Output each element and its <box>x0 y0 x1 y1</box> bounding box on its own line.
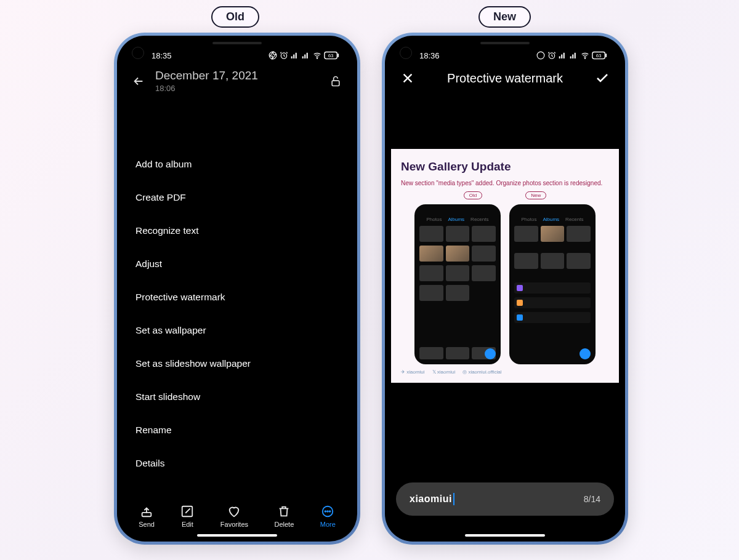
battery-icon: 63 <box>592 51 608 60</box>
watermark-header: Protective watermark <box>385 70 625 86</box>
menu-set-wallpaper[interactable]: Set as wallpaper <box>135 316 339 345</box>
speaker-slot <box>212 42 262 44</box>
label-old: Old <box>211 6 259 28</box>
status-icons: 63 <box>269 51 340 60</box>
check-icon <box>595 71 610 86</box>
menu-add-to-album[interactable]: Add to album <box>135 150 339 178</box>
edit-icon <box>180 505 194 518</box>
status-bar: 18:36 63 <box>385 48 625 63</box>
lock-button[interactable] <box>328 73 344 89</box>
menu-start-slideshow[interactable]: Start slideshow <box>135 383 339 411</box>
label-new: New <box>479 6 531 28</box>
home-indicator[interactable] <box>197 534 277 537</box>
share-icon <box>140 505 153 518</box>
home-indicator[interactable] <box>465 534 545 537</box>
mini-phone-new: PhotosAlbumsRecents <box>509 204 596 364</box>
page-title-time: 18:06 <box>155 84 319 93</box>
more-menu: Add to album Create PDF Recognize text A… <box>135 150 339 480</box>
bottom-favorites[interactable]: Favorites <box>220 505 248 528</box>
menu-details[interactable]: Details <box>135 449 339 478</box>
alarm-icon <box>280 51 288 60</box>
menu-create-pdf[interactable]: Create PDF <box>135 183 339 212</box>
battery-icon: 63 <box>324 51 340 60</box>
svg-point-13 <box>537 52 544 59</box>
menu-set-slideshow-wallpaper[interactable]: Set as slideshow wallpaper <box>135 350 339 378</box>
arrow-left-icon <box>132 74 145 88</box>
menu-protective-watermark[interactable]: Protective watermark <box>135 283 339 311</box>
signal2-icon <box>302 51 310 60</box>
preview-socials: ✈ xiaomiui 𝕏 xiaomiui ◎ xiaomiui.officia… <box>401 369 609 375</box>
svg-rect-6 <box>332 81 339 86</box>
menu-adjust[interactable]: Adjust <box>135 250 339 278</box>
bottom-delete-label: Delete <box>274 521 294 528</box>
dnd-icon <box>269 51 277 60</box>
status-time: 18:35 <box>151 51 172 60</box>
status-bar: 18:35 63 <box>117 48 357 63</box>
phone-new: 18:36 63 Protective watermark New Galler… <box>382 33 628 545</box>
back-button[interactable] <box>131 73 147 89</box>
wifi-icon <box>313 51 321 60</box>
svg-point-15 <box>584 58 585 58</box>
status-time: 18:36 <box>419 51 440 60</box>
svg-point-2 <box>317 58 317 58</box>
svg-rect-4 <box>337 54 339 57</box>
svg-rect-17 <box>605 54 607 57</box>
photo-preview[interactable]: New Gallery Update New section "media ty… <box>391 149 619 383</box>
status-icons: 63 <box>536 51 608 60</box>
svg-rect-7 <box>142 513 151 516</box>
camera-hole <box>132 47 144 59</box>
signal-icon <box>559 51 567 60</box>
wifi-icon <box>581 51 589 60</box>
svg-text:63: 63 <box>328 53 333 58</box>
trash-icon <box>277 505 291 518</box>
preview-label-new: New <box>525 191 546 199</box>
bottom-edit[interactable]: Edit <box>180 505 194 528</box>
watermark-text: xiaomiui <box>410 494 452 505</box>
bottom-more[interactable]: More <box>320 505 336 528</box>
preview-title: New Gallery Update <box>401 160 609 174</box>
watermark-char-count: 8/14 <box>584 494 600 504</box>
watermark-input[interactable]: xiaomiui 8/14 <box>396 482 614 516</box>
bottom-delete[interactable]: Delete <box>274 505 294 528</box>
text-cursor <box>453 493 454 505</box>
camera-hole <box>400 47 412 59</box>
phone-old: 18:35 63 December 17, 2021 18:06 <box>114 33 360 545</box>
page-title-date: December 17, 2021 <box>155 69 319 82</box>
signal-icon <box>291 51 299 60</box>
mini-phone-old: PhotosAlbumsRecents <box>414 204 501 364</box>
signal2-icon <box>570 51 578 60</box>
bottom-bar: Send Edit Favorites Delete More <box>117 505 357 528</box>
menu-recognize-text[interactable]: Recognize text <box>135 217 339 245</box>
heart-icon <box>227 505 241 518</box>
bottom-edit-label: Edit <box>182 521 193 528</box>
bottom-more-label: More <box>320 521 336 528</box>
alarm-icon <box>547 51 556 60</box>
preview-label-old: Old <box>464 191 482 199</box>
bottom-send[interactable]: Send <box>139 505 155 528</box>
svg-point-10 <box>325 511 326 512</box>
more-icon <box>321 505 334 518</box>
svg-point-12 <box>329 511 331 512</box>
close-icon <box>401 71 414 85</box>
preview-subtitle: New section "media types" added. Organiz… <box>401 180 609 186</box>
lock-open-icon <box>329 75 342 87</box>
menu-rename[interactable]: Rename <box>135 416 339 444</box>
dnd-icon <box>536 51 545 60</box>
close-button[interactable] <box>400 70 416 86</box>
bottom-send-label: Send <box>139 521 155 528</box>
speaker-slot <box>480 42 530 44</box>
bottom-favorites-label: Favorites <box>220 521 248 528</box>
confirm-button[interactable] <box>594 70 610 86</box>
svg-point-11 <box>327 511 328 512</box>
svg-text:63: 63 <box>596 53 601 58</box>
page-title: Protective watermark <box>447 71 563 86</box>
